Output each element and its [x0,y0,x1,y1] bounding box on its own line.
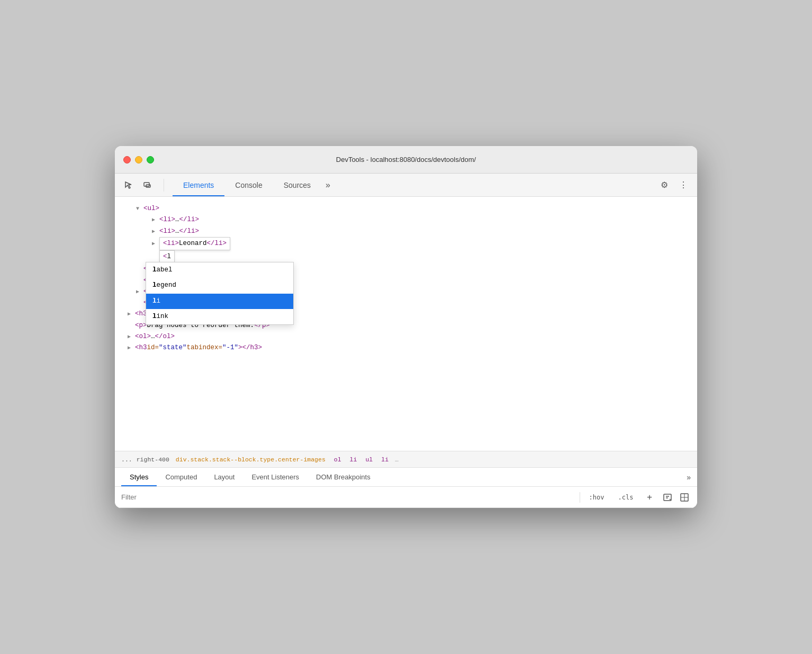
toolbar: Elements Console Sources » ⚙ ⋮ [115,174,697,197]
breadcrumb-end-dots: … [395,456,399,463]
close-button[interactable] [123,156,131,164]
tab-computed[interactable]: Computed [157,468,205,486]
breadcrumb-li[interactable]: li [350,456,357,463]
filter-input-wrapper [121,493,575,501]
scroll-snap-button[interactable] [678,491,691,504]
filter-input[interactable] [121,493,575,501]
autocomplete-dropdown: label legend li link [146,262,294,325]
breadcrumb-right400[interactable]: right-400 [137,456,169,463]
device-icon [143,180,152,190]
tab-console[interactable]: Console [224,174,273,196]
triangle-icon [128,310,135,319]
triangle-icon [128,332,135,341]
tab-sources[interactable]: Sources [273,174,321,196]
dom-panel: <ul> <li>…</li> <li>…</li> <li>Leonard</… [115,197,697,451]
dom-line-li1[interactable]: <li>…</li> [115,214,697,225]
toolbar-icon-group [121,178,155,193]
bottom-tabs: Styles Computed Layout Event Listeners D… [115,468,697,487]
triangle-icon [152,227,159,236]
toolbar-tabs: Elements Console Sources » [173,174,653,196]
tab-styles[interactable]: Styles [121,468,157,486]
triangle-icon [152,239,159,248]
tab-elements[interactable]: Elements [173,174,224,196]
breadcrumb-divstack[interactable]: div.stack.stack--block.type.center-image… [176,456,326,463]
dom-line-h3-state[interactable]: <h3 id="state" tabindex="-1"> </h3> [115,342,697,353]
hov-button[interactable]: :hov [584,492,609,503]
devtools-window: DevTools - localhost:8080/docs/devtools/… [115,146,697,508]
titlebar: DevTools - localhost:8080/docs/devtools/… [115,146,697,174]
bottom-more-tabs[interactable]: » [687,473,691,482]
bottom-panel: Styles Computed Layout Event Listeners D… [115,468,697,508]
breadcrumb-ol[interactable]: ol [334,456,341,463]
breadcrumb-ul[interactable]: ul [365,456,373,463]
triangle-icon [152,215,159,224]
autocomplete-item-label[interactable]: label [146,262,293,278]
tab-event-listeners[interactable]: Event Listeners [243,468,308,486]
dom-line-li2[interactable]: <li>…</li> [115,226,697,237]
breadcrumb-bar: ... right-400 div.stack.stack--block.typ… [115,451,697,468]
toolbar-more-tabs[interactable]: » [321,180,335,190]
breadcrumb-li2[interactable]: li [381,456,389,463]
inspect-element-button[interactable] [121,178,136,193]
filter-separator [580,492,580,503]
cls-button[interactable]: .cls [613,492,638,503]
computed-style-button[interactable] [661,491,674,504]
toolbar-right: ⚙ ⋮ [657,178,691,193]
window-title: DevTools - localhost:8080/docs/devtools/… [336,156,476,164]
breadcrumb-start-dots: ... [121,456,132,463]
triangle-icon [136,204,143,213]
add-style-button[interactable]: + [642,490,657,504]
autocomplete-item-link[interactable]: link [146,309,293,324]
triangle-icon [128,343,135,352]
filter-actions: :hov .cls + [580,490,691,504]
dom-line-ul[interactable]: <ul> [115,203,697,214]
tab-layout[interactable]: Layout [205,468,243,486]
autocomplete-item-legend[interactable]: legend [146,278,293,293]
more-options-button[interactable]: ⋮ [676,178,691,193]
dom-line-li-leonard[interactable]: <li>Leonard</li> [115,237,697,250]
filter-bar: :hov .cls + [115,487,697,508]
fullscreen-button[interactable] [147,156,154,164]
minimize-button[interactable] [135,156,142,164]
triangle-icon [136,287,143,296]
settings-button[interactable]: ⚙ [657,178,672,193]
dom-line-input[interactable]: ▶ <l label legend li link [115,250,697,264]
toolbar-separator [164,179,164,192]
scroll-snap-icon [680,493,689,502]
tab-dom-breakpoints[interactable]: DOM Breakpoints [308,468,379,486]
dom-line-ol-dots[interactable]: <ol>…</ol> [115,331,697,342]
li-leonard-content: <li>Leonard</li> [159,237,230,250]
cursor-icon [124,180,133,190]
traffic-lights [123,156,154,164]
computed-style-icon [663,493,672,502]
device-toolbar-button[interactable] [140,178,155,193]
autocomplete-item-li[interactable]: li [146,294,293,309]
